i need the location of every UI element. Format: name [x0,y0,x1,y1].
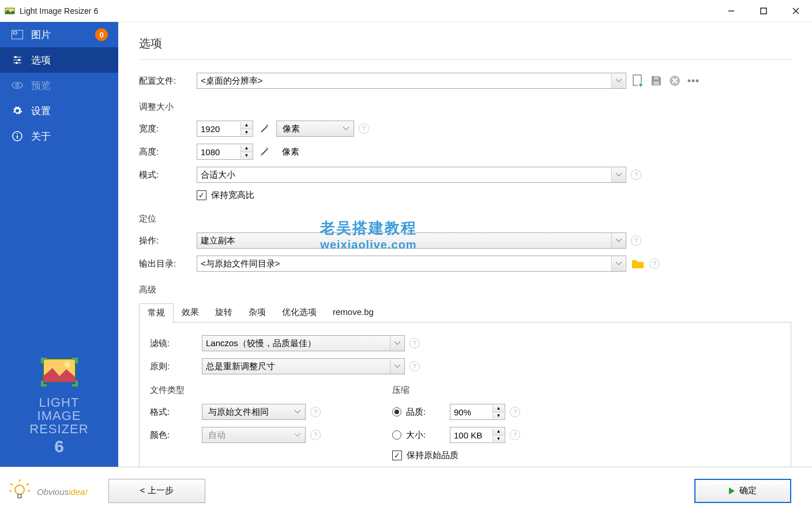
eye-icon [10,81,24,89]
action-combo[interactable]: 建立副本 [197,232,626,249]
policy-combo[interactable]: 总是重新调整尺寸 [202,358,405,374]
help-icon[interactable]: ? [649,258,660,269]
page-title: 选项 [139,36,791,60]
sidebar-item-preview[interactable]: 预览 [0,73,118,98]
profile-delete-button[interactable] [668,74,682,88]
chevron-down-icon [611,167,625,182]
brand-logo[interactable]: Obviousidea! [8,479,88,502]
help-icon[interactable]: ? [631,170,641,180]
svg-point-14 [12,82,22,88]
tab-general[interactable]: 常规 [139,303,174,322]
tab-effects[interactable]: 效果 [174,303,207,322]
help-icon[interactable]: ? [409,361,420,372]
maximize-button[interactable] [747,0,780,22]
help-icon[interactable]: ? [359,123,369,134]
window-title: Light Image Resizer 6 [20,6,715,16]
filter-label: 滤镜: [150,338,202,349]
logo-version: 6 [6,437,112,456]
svg-rect-3 [761,8,766,14]
policy-label: 原则: [150,361,202,372]
height-input[interactable]: 1080 ▲▼ [197,144,253,160]
sidebar-item-options[interactable]: 选项 [0,47,118,73]
sidebar-item-images[interactable]: 图片 0 [0,22,118,47]
quality-input[interactable]: 90% ▲▼ [450,404,505,420]
chevron-down-icon [291,404,304,419]
spin-up-icon[interactable]: ▲ [240,145,252,152]
mode-combo[interactable]: 合适大小 [197,167,626,183]
output-combo[interactable]: <与原始文件同目录> [197,256,626,272]
svg-line-38 [10,483,13,485]
logo-text-1: LIGHT [6,396,112,409]
svg-point-1 [11,9,13,11]
svg-rect-36 [18,494,21,498]
profile-label: 配置文件: [139,76,197,87]
color-select[interactable]: 自动 [202,427,306,443]
height-wand-button[interactable] [258,145,272,159]
svg-line-33 [261,126,267,132]
action-label: 操作: [139,235,197,246]
advanced-tabs: 常规 效果 旋转 杂项 优化选项 remove.bg [139,303,791,322]
tab-body-general: 滤镜: Lanczos（较慢，品质最佳） ? 原则: 总是重新调整尺寸 ? 文件… [139,322,791,467]
profile-save-button[interactable] [649,74,663,88]
tab-removebg[interactable]: remove.bg [325,303,382,322]
chevron-down-icon [390,359,404,374]
size-input[interactable]: 100 KB ▲▼ [450,427,505,443]
filter-combo[interactable]: Lanczos（较慢，品质最佳） [202,335,405,351]
images-icon [10,30,24,39]
svg-point-32 [696,80,699,82]
spin-down-icon[interactable]: ▼ [240,129,252,136]
sidebar-item-label: 图片 [31,28,95,42]
advanced-section-title: 高级 [139,284,791,295]
close-button[interactable] [780,0,812,22]
height-unit: 像素 [282,147,299,157]
keep-ratio-checkbox[interactable]: ✓ 保持宽高比 [197,190,254,201]
browse-folder-button[interactable] [631,257,645,271]
sidebar: 图片 0 选项 预览 设置 关于 LIGHT IMAGE RESIZER 6 [0,22,118,467]
chevron-down-icon [339,121,353,136]
tab-rotate[interactable]: 旋转 [207,303,240,322]
tab-misc[interactable]: 杂项 [240,303,274,322]
svg-line-39 [27,483,29,485]
profile-more-button[interactable] [686,74,700,88]
help-icon[interactable]: ? [510,430,520,440]
minimize-button[interactable] [715,0,747,22]
help-icon[interactable]: ? [510,407,520,417]
footer: Obviousidea! < 上一步 确定 [0,467,812,514]
ok-button[interactable]: 确定 [694,479,791,503]
chevron-down-icon [291,427,304,442]
keep-original-quality-checkbox[interactable]: ✓ 保持原始品质 [392,450,458,461]
spin-up-icon[interactable]: ▲ [240,122,252,129]
format-label: 格式: [150,407,202,418]
tab-optimize[interactable]: 优化选项 [274,303,325,322]
help-icon[interactable]: ? [310,430,321,440]
width-wand-button[interactable] [258,122,272,136]
color-label: 颜色: [150,430,202,441]
svg-rect-7 [13,32,17,34]
chevron-down-icon [390,336,404,351]
logo-text-3: RESIZER [6,422,112,436]
width-unit-select[interactable]: 像素 [276,121,354,137]
sidebar-item-settings[interactable]: 设置 [0,98,118,123]
format-select[interactable]: 与原始文件相同 [202,404,306,420]
info-icon [10,131,24,141]
sidebar-item-about[interactable]: 关于 [0,123,118,149]
width-input[interactable]: 1920 ▲▼ [197,121,253,137]
position-section-title: 定位 [139,213,791,224]
profile-value: <桌面的分辨率> [201,76,263,87]
svg-point-35 [15,485,24,494]
help-icon[interactable]: ? [409,338,420,348]
sidebar-item-label: 设置 [31,104,108,118]
gear-icon [10,106,24,116]
output-label: 输出目录: [139,258,197,269]
help-icon[interactable]: ? [310,407,321,417]
svg-rect-26 [654,77,659,80]
size-radio[interactable]: 大小: [392,430,450,441]
profile-add-button[interactable] [631,74,645,88]
sidebar-item-label: 选项 [31,54,108,67]
prev-button[interactable]: < 上一步 [108,479,205,503]
profile-combo[interactable]: <桌面的分辨率> [197,73,626,89]
spin-down-icon[interactable]: ▼ [240,152,252,159]
quality-radio[interactable]: 品质: [392,407,450,418]
help-icon[interactable]: ? [631,235,641,246]
compress-title: 压缩 [392,385,780,396]
